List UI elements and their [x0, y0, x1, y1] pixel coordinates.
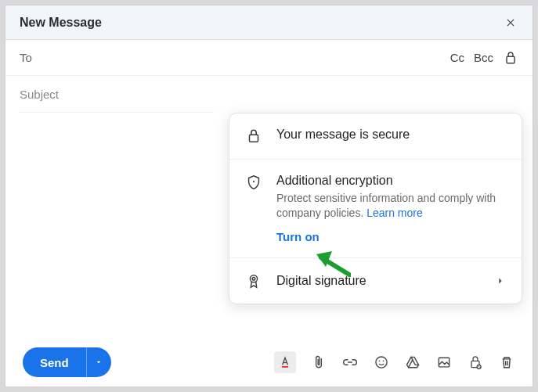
lock-icon[interactable] [503, 50, 518, 66]
svg-point-4 [252, 277, 255, 280]
formatting-icon[interactable] [274, 351, 296, 373]
turn-on-button[interactable]: Turn on [276, 230, 506, 243]
close-icon[interactable] [503, 15, 518, 31]
bottom-toolbar: Send [5, 338, 533, 387]
subject-placeholder: Subject [20, 88, 518, 101]
chevron-right-icon [495, 275, 506, 286]
badge-icon [245, 272, 262, 290]
svg-point-2 [253, 181, 255, 182]
drive-icon[interactable] [404, 354, 421, 371]
bcc-button[interactable]: Bcc [474, 51, 493, 64]
encryption-title: Additional encryption [276, 174, 506, 188]
titlebar: New Message [5, 5, 533, 40]
emoji-icon[interactable] [373, 354, 390, 371]
signature-title: Digital signature [276, 274, 481, 288]
svg-point-5 [376, 357, 387, 368]
svg-point-7 [383, 361, 385, 362]
to-row[interactable]: To Cc Bcc [5, 40, 533, 76]
secure-message-item: Your message is secure [229, 113, 522, 159]
send-options-button[interactable] [86, 347, 111, 377]
send-button[interactable]: Send [23, 347, 86, 377]
image-icon[interactable] [435, 354, 453, 371]
confidential-icon[interactable] [467, 354, 484, 371]
trash-icon[interactable] [498, 354, 515, 371]
to-label: To [20, 51, 450, 64]
svg-point-6 [379, 361, 381, 362]
cc-button[interactable]: Cc [450, 51, 464, 64]
shield-icon [245, 174, 262, 191]
security-panel: Your message is secure Additional encryp… [229, 113, 522, 304]
compose-window: New Message To Cc Bcc Subject Your messa… [5, 5, 533, 387]
annotation-arrow-icon [315, 250, 351, 281]
attach-icon[interactable] [310, 354, 327, 371]
window-title: New Message [20, 16, 503, 30]
compose-body[interactable]: Your message is secure Additional encryp… [5, 113, 533, 338]
digital-signature-item[interactable]: Digital signature [229, 257, 522, 304]
svg-point-3 [250, 275, 257, 282]
svg-rect-0 [507, 56, 515, 63]
encryption-desc: Protect sensitive information and comply… [276, 191, 506, 221]
subject-row[interactable]: Subject [5, 76, 533, 112]
lock-icon [245, 128, 262, 145]
link-icon[interactable] [341, 354, 359, 371]
secure-title: Your message is secure [276, 128, 506, 142]
svg-rect-8 [439, 358, 449, 367]
learn-more-link[interactable]: Learn more [366, 207, 423, 219]
svg-rect-1 [250, 135, 258, 142]
encryption-item: Additional encryption Protect sensitive … [229, 159, 522, 257]
